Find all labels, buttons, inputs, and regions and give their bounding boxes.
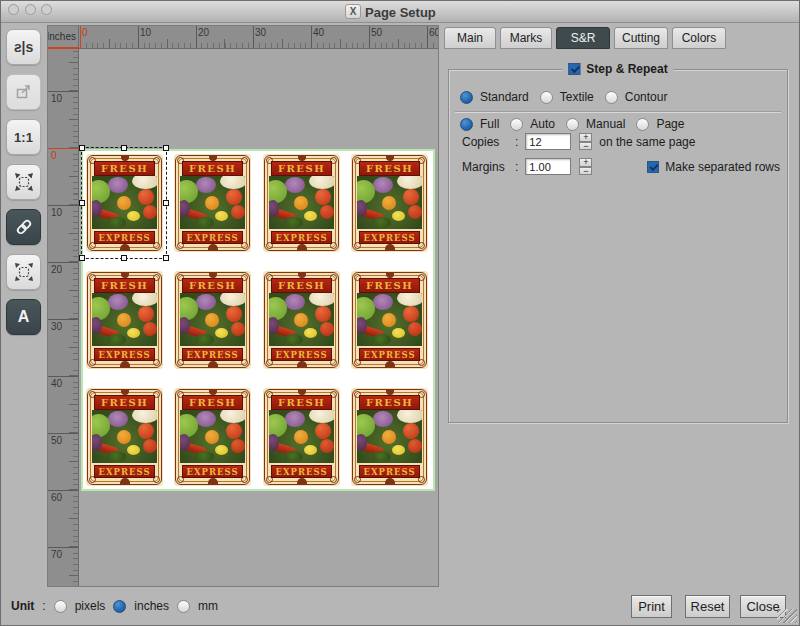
label-subtitle-text: EXPRESS xyxy=(98,350,150,360)
selection-handle[interactable] xyxy=(79,200,85,206)
separated-rows-checkbox[interactable] xyxy=(647,161,659,173)
copies-spin-down[interactable]: − xyxy=(579,142,592,151)
ruler-unit-caption: Inches: xyxy=(48,26,79,49)
selection-handle[interactable] xyxy=(79,145,85,151)
border-ornament-icon xyxy=(208,361,218,367)
greens-blob xyxy=(107,334,126,345)
tomato-blob xyxy=(226,189,242,205)
radio-inches[interactable] xyxy=(113,600,126,613)
tomato-blob xyxy=(138,423,154,439)
label-title-banner: FRESH xyxy=(94,395,155,410)
selection-handle[interactable] xyxy=(121,255,127,261)
tab-cutting[interactable]: Cutting xyxy=(614,27,668,49)
greens-blob xyxy=(107,451,126,462)
fill-radio-row: Full Auto Manual Page xyxy=(460,117,688,131)
border-ornament-icon xyxy=(385,478,395,484)
titlebar[interactable]: X Page Setup xyxy=(1,1,799,23)
selection-rectangle[interactable] xyxy=(81,147,167,259)
radio-auto[interactable] xyxy=(510,118,523,131)
fresh-express-label[interactable]: FRESH EXPRESS xyxy=(351,388,428,486)
tab-marks[interactable]: Marks xyxy=(500,27,552,49)
tomato-blob xyxy=(138,306,154,322)
vertical-ruler: 10010203040506070 xyxy=(48,49,79,586)
fit-to-view-button[interactable] xyxy=(6,164,41,200)
radio-textile[interactable] xyxy=(540,91,553,104)
step-repeat-checkbox[interactable] xyxy=(568,63,580,75)
fresh-express-label[interactable]: FRESH EXPRESS xyxy=(263,271,340,369)
window-zoom-circle-icon[interactable] xyxy=(41,4,52,15)
v-ruler-number: 50 xyxy=(51,435,62,446)
margins-input[interactable]: 1.00 xyxy=(525,158,571,175)
vegetables-photo xyxy=(357,410,422,463)
radio-pixels[interactable] xyxy=(54,600,67,613)
radio-page[interactable] xyxy=(636,118,649,131)
radio-full[interactable] xyxy=(460,118,473,131)
fresh-express-label[interactable]: FRESH EXPRESS xyxy=(263,388,340,486)
border-ornament-icon xyxy=(120,361,130,367)
radio-contour[interactable] xyxy=(605,91,618,104)
v-ruler-number: 60 xyxy=(51,492,62,503)
label-title-text: FRESH xyxy=(366,280,413,291)
fresh-express-label[interactable]: FRESH EXPRESS xyxy=(174,271,251,369)
print-button[interactable]: Print xyxy=(631,595,672,618)
printable-page[interactable]: FRESH EXPRESS FRESH EXPRESS xyxy=(81,149,435,491)
margins-spin-down[interactable]: − xyxy=(579,167,592,176)
selection-handle[interactable] xyxy=(163,145,169,151)
fresh-express-label[interactable]: FRESH EXPRESS xyxy=(86,271,163,369)
border-ornament-icon xyxy=(385,361,395,367)
label-title-text: FRESH xyxy=(366,397,413,408)
lemon-blob xyxy=(215,328,228,338)
selection-handle[interactable] xyxy=(163,255,169,261)
label-title-text: FRESH xyxy=(189,280,236,291)
lemon-blob xyxy=(215,445,228,455)
radio-manual[interactable] xyxy=(566,118,579,131)
radio-standard-label: Standard xyxy=(480,90,529,104)
window-minimize-circle-icon[interactable] xyxy=(25,4,36,15)
expand-selection-button[interactable] xyxy=(6,254,41,290)
fresh-express-label[interactable]: FRESH EXPRESS xyxy=(174,388,251,486)
tab-sr[interactable]: S&R xyxy=(556,27,610,49)
vegetables-photo xyxy=(92,410,157,463)
radio-standard[interactable] xyxy=(460,91,473,104)
copies-input[interactable]: 12 xyxy=(525,133,571,150)
vegetables-photo xyxy=(269,293,334,346)
window-close-circle-icon[interactable] xyxy=(8,4,19,15)
tomato-blob xyxy=(143,322,157,336)
fresh-express-label[interactable]: FRESH EXPRESS xyxy=(351,271,428,369)
cauliflower-blob xyxy=(309,293,334,306)
page-viewport[interactable]: FRESH EXPRESS FRESH EXPRESS xyxy=(79,49,438,586)
greens-blob xyxy=(284,217,303,228)
fresh-express-label[interactable]: FRESH EXPRESS xyxy=(263,154,340,252)
selection-handle[interactable] xyxy=(163,200,169,206)
mirror-button[interactable]: s|s xyxy=(6,29,41,65)
tab-colors[interactable]: Colors xyxy=(672,27,726,49)
tab-main[interactable]: Main xyxy=(444,27,496,49)
window-x-icon[interactable]: X xyxy=(345,4,361,19)
radio-mm[interactable] xyxy=(177,600,190,613)
unit-label: Unit xyxy=(11,599,34,613)
resize-grip[interactable] xyxy=(777,609,797,623)
v-ruler-number: 0 xyxy=(51,150,57,161)
separated-rows-label: Make separated rows xyxy=(665,160,780,174)
unit-bar: Unit : pixels inches mm xyxy=(11,599,218,613)
greens-blob xyxy=(372,217,391,228)
selection-handle[interactable] xyxy=(79,255,85,261)
cauliflower-blob xyxy=(220,176,245,189)
label-subtitle-banner: EXPRESS xyxy=(271,348,332,361)
text-tool-button[interactable]: A xyxy=(6,299,41,335)
fresh-express-label[interactable]: FRESH EXPRESS xyxy=(351,154,428,252)
link-button[interactable] xyxy=(6,209,41,245)
vegetables-photo xyxy=(180,410,245,463)
fresh-express-label[interactable]: FRESH EXPRESS xyxy=(86,388,163,486)
label-title-text: FRESH xyxy=(278,163,325,174)
fresh-express-label[interactable]: FRESH EXPRESS xyxy=(174,154,251,252)
border-ornament-icon xyxy=(297,244,307,250)
lemon-blob xyxy=(304,211,317,221)
fit-inward-arrows-icon xyxy=(14,172,34,192)
label-title-banner: FRESH xyxy=(359,278,420,293)
zoom-one-to-one-button[interactable]: 1:1 xyxy=(6,119,41,155)
margins-spinner: +− xyxy=(579,158,592,175)
reset-button[interactable]: Reset xyxy=(685,595,730,618)
step-repeat-groupbox: Step & Repeat Standard Textile Contour F… xyxy=(448,69,788,423)
selection-handle[interactable] xyxy=(121,145,127,151)
